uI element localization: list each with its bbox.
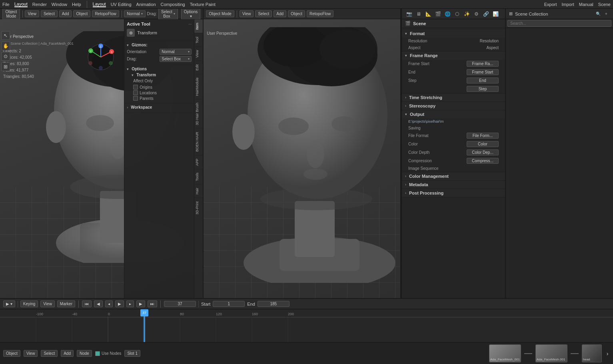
menu-file[interactable]: File (2, 2, 10, 7)
import-btn[interactable]: Import (562, 2, 574, 7)
workspace-texture-paint[interactable]: Texture Paint (190, 2, 216, 7)
menu-render[interactable]: Render (32, 2, 47, 7)
tab-3d-print[interactable]: 3D-Print (194, 198, 203, 218)
viewport-3d-right[interactable]: User Perspective (204, 19, 400, 298)
tab-tool[interactable]: Tool (194, 33, 203, 47)
color-management-header[interactable]: › Color Management (402, 172, 505, 180)
color-depth-value[interactable]: Color Dep... (467, 149, 499, 155)
tab-boen-hair[interactable]: BOEN HAIR (194, 128, 203, 155)
camera-tool[interactable]: ⊙ (1, 52, 10, 61)
drag-dropdown[interactable]: Select Box ▾ (160, 56, 192, 62)
normal-dropdown[interactable]: Normal ▾ (124, 10, 145, 17)
add-collection-icon[interactable]: + (603, 10, 610, 18)
frame-range-header[interactable]: ▾ Frame Range (402, 52, 505, 60)
tab-hair[interactable]: Hair (194, 184, 203, 198)
step-value[interactable]: End (467, 78, 499, 84)
frame-start-value[interactable]: Frame Ra... (467, 61, 499, 67)
filter-icon[interactable]: 🔍 (595, 10, 602, 18)
file-format-value[interactable]: File Form... (467, 133, 499, 139)
menu-help[interactable]: Help (72, 2, 81, 7)
prev-keyframe-btn[interactable]: ◂ (105, 300, 113, 307)
timeline-ruler[interactable]: -100 -40 0 40 80 120 160 200 (0, 309, 613, 342)
color-value[interactable]: Color (467, 141, 499, 147)
tab-item[interactable]: Item (194, 19, 203, 33)
grid-tool[interactable]: ⊞ (1, 62, 10, 71)
retopology-menu[interactable]: RetopoFlow (92, 10, 119, 17)
particles-icon[interactable]: ✨ (463, 10, 471, 18)
workspace-header[interactable]: › Workspace (127, 105, 192, 109)
slot-btn[interactable]: Slot 1 (124, 350, 140, 357)
gizmos-header[interactable]: ▾ Gizmos: (127, 43, 192, 47)
view-menu[interactable]: View (25, 10, 39, 17)
tab-tools[interactable]: Tools (194, 169, 203, 184)
workspace-animation[interactable]: Animation (136, 2, 156, 7)
axis-gizmo[interactable]: Z X Y (87, 43, 115, 71)
object-mode-dropdown[interactable]: Object Mode (2, 9, 20, 20)
view-layer-icon[interactable]: 📐 (424, 10, 432, 18)
metadata-header[interactable]: › Metadata (402, 181, 505, 189)
select-box-dropdown[interactable]: Select Box ▾ (158, 9, 178, 20)
post-processing-header[interactable]: › Post Processing (402, 189, 505, 197)
format-header[interactable]: ▾ Format (402, 30, 505, 38)
step-val[interactable]: Step (467, 86, 499, 92)
playback-mode-btn[interactable]: ▶ ▾ (3, 300, 15, 307)
output-header[interactable]: ▾ Output (402, 110, 505, 118)
right-select-menu[interactable]: Select (255, 10, 272, 17)
timeline-view-btn[interactable]: View (40, 300, 55, 307)
node-view-btn[interactable]: View (24, 350, 38, 357)
object-icon[interactable]: ⬡ (453, 10, 461, 18)
end-value[interactable]: Frame Start (467, 69, 499, 75)
workspace-compositing[interactable]: Compositing (161, 2, 185, 7)
next-frame-btn[interactable]: ▶ (136, 300, 145, 307)
right-object-mode-dropdown[interactable]: Object Mode (206, 10, 234, 17)
object-menu[interactable]: Object (73, 10, 90, 17)
render-icon[interactable]: 📷 (405, 10, 413, 18)
jump-end-btn[interactable]: ⏭ (148, 300, 157, 307)
tab-3d-hair-brush[interactable]: 3D Hair Brush (194, 99, 203, 129)
right-object-menu[interactable]: Object (288, 10, 305, 17)
use-nodes-checkbox[interactable] (95, 351, 100, 356)
options-btn[interactable]: Options ▾ (181, 9, 200, 20)
origins-checkbox[interactable] (133, 85, 138, 90)
expand-icon[interactable]: › (605, 351, 610, 356)
prev-frame-btn[interactable]: ◀ (94, 300, 103, 307)
export-btn[interactable]: Export (544, 2, 557, 7)
right-view-menu[interactable]: View (240, 10, 254, 17)
menu-window[interactable]: Window (52, 2, 67, 7)
play-btn[interactable]: ▶ (115, 300, 124, 307)
scene-search-input[interactable] (507, 20, 611, 27)
manual-btn[interactable]: Manual (579, 2, 593, 7)
right-add-menu[interactable]: Add (274, 10, 286, 17)
menu-edit[interactable]: Layout (14, 2, 28, 7)
workspace-uv-editing[interactable]: UV Editing (111, 2, 132, 7)
scene-icon-active[interactable]: 🎬 (434, 10, 442, 18)
options-header[interactable]: ▾ Options (127, 67, 192, 71)
select-menu[interactable]: Select (41, 10, 58, 17)
right-retopology-menu[interactable]: RetopoFlow (307, 10, 333, 17)
node-object-mode-btn[interactable]: Object (3, 350, 20, 357)
next-keyframe-btn[interactable]: ▸ (126, 300, 134, 307)
workspace-layout[interactable]: Layout (93, 2, 106, 7)
node-add-btn[interactable]: Add (61, 350, 74, 357)
compression-value[interactable]: Compress... (467, 158, 499, 164)
add-menu[interactable]: Add (59, 10, 72, 17)
physics-icon[interactable]: ⚙ (472, 10, 480, 18)
world-icon[interactable]: 🌐 (443, 10, 451, 18)
node-select-btn[interactable]: Select (41, 350, 58, 357)
move-tool[interactable]: ✋ (1, 42, 10, 50)
tab-hair-module[interactable]: HairModule (194, 74, 203, 99)
node-node-btn[interactable]: Node (77, 350, 92, 357)
viewport-3d-left[interactable]: User Perspective (37) Scene Collection |… (0, 19, 203, 298)
tab-app[interactable]: APP (194, 155, 203, 169)
time-stretching-header[interactable]: › Time Stretching (402, 93, 505, 101)
stereoscopy-header[interactable]: › Stereoscopy (402, 102, 505, 110)
output-icon[interactable]: 🖥 (415, 10, 423, 18)
start-frame-input[interactable]: 1 (213, 301, 245, 307)
end-frame-input[interactable]: 185 (258, 301, 290, 307)
marker-btn[interactable]: Marker (57, 300, 75, 307)
constraints-icon[interactable]: 🔗 (482, 10, 490, 18)
current-frame-display[interactable]: 37 (164, 301, 196, 307)
orientation-dropdown[interactable]: Normal ▾ (160, 49, 192, 55)
locations-checkbox[interactable] (133, 90, 138, 95)
parents-checkbox[interactable] (133, 96, 138, 101)
